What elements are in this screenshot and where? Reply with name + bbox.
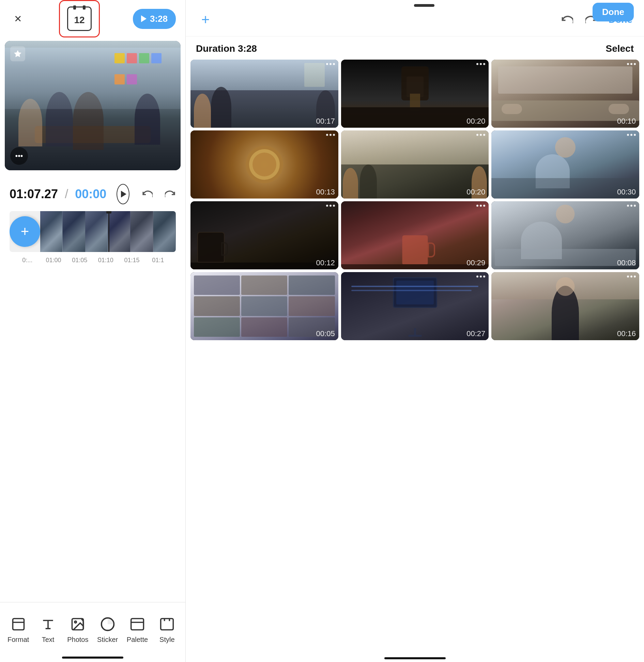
right-bottom-indicator [186, 652, 644, 662]
video-badge-icon [10, 46, 25, 61]
clip-3[interactable]: 00:10 [491, 60, 639, 128]
ruler-mark-0: 0:... [14, 257, 41, 264]
clip-7-duration: 00:12 [316, 258, 335, 267]
time-total: 00:00 [75, 187, 106, 201]
clip-1-more[interactable] [326, 63, 335, 65]
undo-right-button[interactable] [558, 11, 576, 29]
clip-2-more[interactable] [476, 63, 485, 65]
clip-2[interactable]: 00:20 [341, 60, 489, 128]
timeline-strip[interactable]: + [10, 211, 176, 252]
grid-row-1: 00:17 00:20 [190, 60, 639, 128]
time-divider: / [65, 187, 68, 201]
timeline-add-button[interactable]: + [10, 216, 40, 247]
close-button[interactable]: ✕ [10, 11, 26, 27]
top-right-action[interactable]: Done [593, 3, 634, 21]
video-grid: 00:17 00:20 [186, 60, 644, 652]
svg-rect-9 [161, 619, 173, 630]
video-more-button[interactable]: ••• [10, 147, 28, 165]
clip-7[interactable]: 00:12 [190, 201, 338, 269]
ruler-mark-5: 01:1 [145, 257, 171, 264]
ruler-mark-2: 01:05 [66, 257, 93, 264]
undo-button[interactable] [142, 186, 153, 203]
redo-button[interactable] [165, 186, 176, 203]
toolbar-sticker[interactable]: Sticker [93, 615, 122, 644]
clip-9[interactable]: 00:08 [491, 201, 639, 269]
clip-6-thumb: 00:30 [491, 130, 639, 199]
text-icon [39, 615, 57, 633]
clip-2-thumb: 00:20 [341, 60, 489, 128]
text-label: Text [42, 636, 55, 644]
clip-9-thumb: 00:08 [491, 201, 639, 269]
clip-12-more[interactable] [627, 275, 636, 278]
play-circle-button[interactable] [117, 184, 129, 204]
clip-11-more[interactable] [476, 275, 485, 278]
play-button[interactable]: 3:28 [133, 9, 176, 29]
clip-1[interactable]: 00:17 [190, 60, 338, 128]
palette-label: Palette [127, 636, 148, 644]
top-action-button[interactable]: Done [593, 3, 634, 21]
ruler-mark-3: 01:10 [93, 257, 119, 264]
right-header: Done + Done [186, 0, 644, 36]
toolbar-palette[interactable]: Palette [122, 615, 152, 644]
clip-11-thumb: 00:27 [341, 272, 489, 340]
toolbar-photos[interactable]: Photos [63, 615, 93, 644]
frame-2 [63, 211, 85, 252]
clip-11[interactable]: 00:27 [341, 272, 489, 340]
select-button[interactable]: Select [606, 43, 634, 54]
grid-row-4: 00:05 00:27 [190, 272, 639, 340]
grid-row-3: 00:12 00:29 [190, 201, 639, 269]
toolbar-style[interactable]: Style [152, 615, 182, 644]
frame-6 [153, 211, 176, 252]
clip-5[interactable]: 00:20 [341, 130, 489, 199]
frame-4 [108, 211, 131, 252]
clip-7-more[interactable] [326, 205, 335, 207]
duration-text: Duration 3:28 [196, 43, 257, 54]
timeline-frames [40, 211, 176, 252]
clip-12[interactable]: 00:16 [491, 272, 639, 340]
left-panel: ✕ 12 3:28 [0, 0, 186, 662]
clip-5-duration: 00:20 [466, 188, 485, 196]
home-indicator [62, 657, 123, 659]
frame-1 [40, 211, 63, 252]
clip-4-duration: 00:13 [316, 188, 335, 196]
clip-6[interactable]: 00:30 [491, 130, 639, 199]
photos-icon [69, 615, 87, 633]
svg-rect-7 [131, 619, 144, 630]
time-current: 01:07.27 [10, 187, 58, 201]
calendar-icon-wrapper[interactable]: 12 [59, 0, 100, 37]
clip-6-more[interactable] [627, 134, 636, 136]
clip-10[interactable]: 00:05 [190, 272, 338, 340]
svg-point-4 [75, 621, 77, 623]
clip-8[interactable]: 00:29 [341, 201, 489, 269]
bottom-toolbar: Format Text Photos [0, 602, 185, 657]
clip-5-thumb: 00:20 [341, 130, 489, 199]
clip-4[interactable]: 00:13 [190, 130, 338, 199]
clip-4-more[interactable] [326, 134, 335, 136]
clip-8-more[interactable] [476, 205, 485, 207]
timeline-ruler: 0:... 01:00 01:05 01:10 01:15 01:1 [10, 253, 176, 267]
left-header: ✕ 12 3:28 [0, 0, 185, 31]
video-scene [5, 41, 181, 170]
clip-12-thumb: 00:16 [491, 272, 639, 340]
play-triangle-icon [141, 15, 147, 22]
right-panel: Done + Done Duration 3:28 Select [186, 0, 644, 662]
style-label: Style [159, 636, 174, 644]
clip-4-thumb: 00:13 [190, 130, 338, 199]
toolbar-format[interactable]: Format [3, 615, 33, 644]
right-home-indicator [384, 657, 446, 659]
frame-3 [86, 211, 108, 252]
timeline-counter: 01:07.27 / 00:00 [10, 184, 176, 204]
clip-5-more[interactable] [476, 134, 485, 136]
calendar-number: 12 [74, 15, 85, 26]
playhead [108, 211, 109, 252]
clip-10-thumb: 00:05 [190, 272, 338, 340]
clip-3-more[interactable] [627, 63, 636, 65]
play-icon [121, 191, 126, 198]
clip-9-more[interactable] [627, 205, 636, 207]
svg-rect-1 [13, 619, 24, 630]
ruler-mark-1: 01:00 [41, 257, 67, 264]
clip-8-duration: 00:29 [466, 258, 485, 267]
clip-3-thumb: 00:10 [491, 60, 639, 128]
toolbar-text[interactable]: Text [33, 615, 63, 644]
add-button-right[interactable]: + [196, 10, 215, 29]
